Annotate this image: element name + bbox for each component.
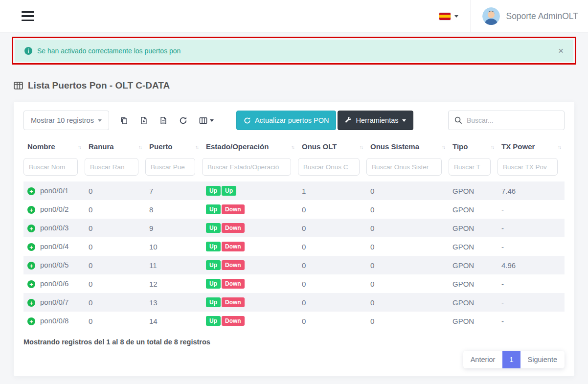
update-pon-ports-button[interactable]: Actualizar puertos PON	[236, 111, 337, 130]
column-header-ranura[interactable]: Ranura↑↓	[85, 136, 145, 157]
column-filter-input[interactable]	[202, 158, 291, 176]
cell-onus-sistema: 0	[366, 219, 449, 237]
pon-ports-card: Mostrar 10 registros	[14, 102, 574, 376]
column-filter-input[interactable]	[23, 158, 78, 176]
estado-badge: Up	[206, 316, 221, 326]
estado-badge: Up	[206, 279, 221, 289]
column-header-tipo[interactable]: Tipo↑↓	[449, 136, 498, 157]
port-name: pon0/0/6	[40, 279, 68, 288]
sidebar-toggle-button[interactable]	[20, 9, 36, 23]
export-excel-button[interactable]	[138, 114, 150, 127]
cell-puerto: 14	[145, 312, 202, 330]
cell-tx-power: -	[498, 293, 565, 312]
reload-table-button[interactable]	[177, 114, 189, 127]
column-filter-input[interactable]	[449, 158, 491, 176]
column-visibility-button[interactable]	[197, 114, 216, 127]
tools-dropdown-button[interactable]: Herramientas	[338, 111, 413, 130]
column-header-onus-olt[interactable]: Onus OLT↑↓	[298, 136, 366, 157]
cell-onus-sistema: 0	[366, 274, 449, 293]
cell-estado-operacion: UpDown	[202, 219, 298, 237]
column-header-label: Onus OLT	[302, 142, 337, 151]
cell-tx-power: -	[498, 200, 565, 219]
expand-row-button[interactable]: +	[27, 187, 35, 195]
column-filter-input[interactable]	[145, 158, 195, 176]
filter-cell	[366, 157, 449, 181]
operacion-badge: Down	[222, 204, 245, 214]
cell-ranura: 0	[85, 312, 145, 330]
expand-row-button[interactable]: +	[27, 317, 35, 325]
pagination-next-button[interactable]: Siguiente	[520, 351, 565, 368]
cell-tx-power: 7.46	[498, 181, 565, 200]
sort-icon[interactable]: ↑↓	[558, 144, 561, 149]
export-pdf-button[interactable]	[158, 114, 169, 127]
port-name: pon0/0/1	[40, 186, 68, 195]
copy-button[interactable]	[118, 114, 130, 127]
wrench-icon	[345, 117, 352, 124]
language-dropdown[interactable]	[428, 13, 470, 20]
sort-icon[interactable]: ↑↓	[291, 144, 294, 149]
cell-onus-sistema: 0	[366, 312, 449, 330]
page-heading: Lista Puertos Pon - OLT C-DATA	[14, 80, 574, 91]
operacion-badge: Down	[222, 242, 245, 251]
expand-row-button[interactable]: +	[27, 280, 35, 288]
operacion-badge: Down	[222, 223, 245, 233]
cell-tx-power: -	[498, 219, 565, 237]
sort-icon[interactable]: ↑↓	[442, 144, 445, 149]
cell-tx-power: 4.96	[498, 256, 565, 274]
column-header-estado-operaci-n[interactable]: Estado/Operación↑↓	[202, 136, 298, 157]
cell-estado-operacion: UpDown	[202, 312, 298, 330]
expand-row-button[interactable]: +	[27, 206, 35, 214]
column-filter-input[interactable]	[366, 158, 442, 176]
filter-cell	[85, 157, 145, 181]
column-header-puerto[interactable]: Puerto↑↓	[145, 136, 202, 157]
cell-tipo: GPON	[449, 256, 498, 274]
cell-estado-operacion: UpUp	[202, 181, 298, 200]
column-filter-input[interactable]	[85, 158, 138, 176]
cell-tx-power: -	[498, 237, 565, 256]
pagination-page-1-button[interactable]: 1	[502, 351, 520, 368]
sort-icon[interactable]: ↑↓	[138, 144, 141, 149]
column-header-tx-power[interactable]: TX Power↑↓	[498, 136, 565, 157]
cell-tipo: GPON	[449, 293, 498, 312]
sort-icon[interactable]: ↑↓	[78, 144, 81, 149]
table-row: +pon0/0/4010UpDown00GPON-	[23, 237, 565, 256]
cell-onus-olt: 0	[298, 312, 366, 330]
estado-badge: Up	[206, 260, 221, 270]
column-filter-input[interactable]	[298, 158, 360, 176]
cell-onus-olt: 0	[298, 293, 366, 312]
copy-icon	[120, 116, 128, 125]
port-name: pon0/0/5	[40, 261, 68, 269]
cell-ranura: 0	[85, 256, 145, 274]
table-header-row: Nombre↑↓Ranura↑↓Puerto↑↓Estado/Operación…	[23, 136, 565, 157]
table-row: +pon0/0/309UpDown00GPON-	[23, 219, 565, 237]
cell-onus-olt: 0	[298, 219, 366, 237]
alert-close-button[interactable]: ×	[558, 46, 564, 55]
cell-tipo: GPON	[449, 219, 498, 237]
cell-nombre: +pon0/0/5	[23, 256, 85, 274]
pagination-wrap: Anterior 1 Siguiente	[23, 351, 565, 368]
column-filter-input[interactable]	[498, 158, 558, 176]
sort-icon[interactable]: ↑↓	[491, 144, 494, 149]
operacion-badge: Down	[222, 260, 245, 270]
port-name: pon0/0/4	[40, 242, 68, 250]
estado-badge: Up	[206, 242, 221, 251]
cell-onus-olt: 0	[298, 256, 366, 274]
show-records-dropdown[interactable]: Mostrar 10 registros	[23, 111, 109, 130]
column-header-nombre[interactable]: Nombre↑↓	[23, 136, 85, 157]
cell-puerto: 12	[145, 274, 202, 293]
expand-row-button[interactable]: +	[27, 299, 35, 307]
user-menu[interactable]: Soporte AdminOLT	[470, 0, 578, 32]
sort-icon[interactable]: ↑↓	[360, 144, 362, 149]
expand-row-button[interactable]: +	[27, 225, 35, 232]
table-row: +pon0/0/7013UpDown00GPON-	[23, 293, 565, 312]
cell-onus-olt: 1	[298, 181, 366, 200]
filter-cell	[449, 157, 498, 181]
expand-row-button[interactable]: +	[27, 243, 35, 251]
operacion-badge: Down	[222, 316, 245, 326]
cell-tx-power: -	[498, 274, 565, 293]
search-input[interactable]	[467, 116, 558, 124]
pagination-previous-button[interactable]: Anterior	[463, 351, 503, 368]
expand-row-button[interactable]: +	[27, 262, 35, 270]
column-header-onus-sistema[interactable]: Onus Sistema↑↓	[366, 136, 449, 157]
sort-icon[interactable]: ↑↓	[195, 144, 198, 149]
